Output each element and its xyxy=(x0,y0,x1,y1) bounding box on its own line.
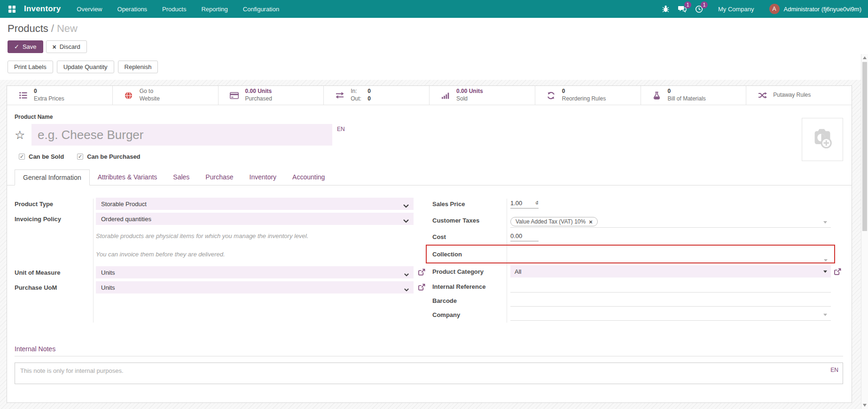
right-field-group: Sales Price 1.00 ₫ Customer Taxes Value … xyxy=(425,198,843,324)
caret-down-icon xyxy=(823,270,827,273)
app-title[interactable]: Inventory xyxy=(24,4,61,14)
customer-taxes-label: Customer Taxes xyxy=(432,217,510,224)
arrow-up-icon xyxy=(863,56,867,59)
menu-configuration[interactable]: Configuration xyxy=(236,2,286,16)
product-type-help-text: Storable products are physical items for… xyxy=(96,232,425,239)
tab-inventory[interactable]: Inventory xyxy=(242,170,285,185)
vertical-scrollbar xyxy=(861,54,868,409)
caret-down-icon xyxy=(823,221,827,224)
can-be-sold-label: Can be Sold xyxy=(29,153,64,160)
stat-reordering-rules[interactable]: 0Reordering Rules xyxy=(535,86,641,105)
purchased-label: Purchased xyxy=(245,95,272,103)
stat-bill-of-materials[interactable]: 0Bill of Materials xyxy=(641,86,747,105)
product-image-upload[interactable] xyxy=(802,118,843,161)
extra-prices-count: 0 xyxy=(34,88,64,95)
scroll-down-arrow[interactable] xyxy=(861,401,868,409)
can-be-sold-checkbox[interactable]: ✓ xyxy=(19,154,25,160)
left-field-group: Product Type Storable Product Invoicing … xyxy=(15,198,425,324)
breadcrumb: Products/New xyxy=(8,23,860,35)
internal-reference-input[interactable] xyxy=(510,280,831,293)
uom-external-link-icon[interactable] xyxy=(418,269,425,278)
replenish-button[interactable]: Replenish xyxy=(118,61,158,73)
breadcrumb-separator: / xyxy=(51,23,54,34)
barcode-input[interactable] xyxy=(510,294,831,307)
notes-divider xyxy=(15,356,843,356)
user-menu[interactable]: A Administrator (fj6nyue0vi9m) xyxy=(769,4,861,14)
category-external-link-icon[interactable] xyxy=(834,268,841,277)
stat-purchased[interactable]: 0.00 UnitsPurchased xyxy=(219,86,324,105)
stat-in-out[interactable]: In:0 Out:0 xyxy=(324,86,430,105)
uom-label: Unit of Measure xyxy=(15,269,96,276)
invoicing-policy-select[interactable]: Ordered quantities xyxy=(96,213,414,225)
purchase-uom-external-link-icon[interactable] xyxy=(418,284,425,293)
menu-products[interactable]: Products xyxy=(156,2,193,16)
favorite-star-icon[interactable]: ☆ xyxy=(15,124,26,146)
activity-badge: 1 xyxy=(701,1,708,8)
sold-units: 0.00 Units xyxy=(456,88,483,95)
stat-extra-prices[interactable]: 0Extra Prices xyxy=(7,86,113,105)
tab-purchase[interactable]: Purchase xyxy=(197,170,241,185)
company-field[interactable] xyxy=(510,309,831,321)
stat-sold[interactable]: 0.00 UnitsSold xyxy=(430,86,535,105)
customer-taxes-field[interactable]: Value Added Tax (VAT) 10% × xyxy=(510,217,831,228)
globe-icon xyxy=(124,92,133,100)
stat-button-row: 0Extra Prices Go toWebsite 0.00 UnitsPur… xyxy=(7,86,852,105)
notes-translation-badge[interactable]: EN xyxy=(830,367,838,373)
tag-remove-icon[interactable]: × xyxy=(589,219,593,225)
menu-overview[interactable]: Overview xyxy=(70,2,109,16)
credit-card-icon xyxy=(230,92,239,99)
tab-accounting[interactable]: Accounting xyxy=(284,170,333,185)
tab-sales[interactable]: Sales xyxy=(165,170,197,185)
website-line2: Website xyxy=(140,95,160,103)
save-discard-row: ✓ Save × Discard xyxy=(8,40,860,53)
menu-operations[interactable]: Operations xyxy=(111,2,154,16)
product-category-field[interactable]: All xyxy=(510,265,831,278)
internal-notes-title: Internal Notes xyxy=(15,345,843,353)
tab-attributes-variants[interactable]: Attributes & Variants xyxy=(90,170,165,185)
internal-notes-textarea[interactable] xyxy=(15,363,843,384)
purchase-uom-field[interactable]: Units xyxy=(96,281,414,293)
scroll-up-arrow[interactable] xyxy=(861,54,868,62)
save-button[interactable]: ✓ Save xyxy=(8,40,43,53)
can-be-purchased-checkbox[interactable]: ✓ xyxy=(77,154,83,160)
top-navbar: Inventory Overview Operations Products R… xyxy=(0,0,868,18)
general-information-panel: Product Type Storable Product Invoicing … xyxy=(7,185,852,324)
activity-clock-icon[interactable]: 1 xyxy=(695,5,703,13)
out-label: Out: xyxy=(351,95,363,103)
notebook-tabs: General Information Attributes & Variant… xyxy=(7,170,852,185)
messages-icon[interactable]: 1 xyxy=(678,5,687,13)
stat-putaway-rules[interactable]: Putaway Rules xyxy=(746,86,852,105)
scrollbar-thumb[interactable] xyxy=(862,62,867,231)
invoicing-policy-help-text: You can invoice them before they are del… xyxy=(96,251,425,258)
tax-tag[interactable]: Value Added Tax (VAT) 10% × xyxy=(510,217,598,226)
product-type-label: Product Type xyxy=(15,201,96,208)
flask-icon xyxy=(652,92,662,100)
product-name-label: Product Name xyxy=(15,114,843,120)
avatar: A xyxy=(769,4,780,14)
discard-button[interactable]: × Discard xyxy=(46,40,87,53)
product-name-input[interactable] xyxy=(31,124,332,146)
company-switcher[interactable]: My Company xyxy=(712,2,761,16)
breadcrumb-parent[interactable]: Products xyxy=(8,23,48,34)
action-button-row: Print Labels Update Quantity Replenish xyxy=(8,61,860,73)
navbar-right: 1 1 My Company A Administrator (fj6nyue0… xyxy=(662,2,861,16)
collection-row-highlighted: Collection xyxy=(426,245,835,263)
arrow-down-icon xyxy=(863,404,867,407)
name-section: Product Name ☆ EN ✓Can be Sold ✓Can be P… xyxy=(7,105,852,160)
collection-label: Collection xyxy=(432,251,510,258)
product-type-select[interactable]: Storable Product xyxy=(96,198,414,210)
cost-label: Cost xyxy=(432,233,510,240)
debug-bug-icon[interactable] xyxy=(662,5,669,13)
update-quantity-button[interactable]: Update Quantity xyxy=(57,61,114,73)
apps-grid-icon[interactable] xyxy=(6,4,18,15)
sales-price-input[interactable]: 1.00 ₫ xyxy=(510,200,539,208)
name-translation-badge[interactable]: EN xyxy=(337,126,345,132)
cost-input[interactable]: 0.00 xyxy=(510,232,539,241)
stat-go-to-website[interactable]: Go toWebsite xyxy=(113,86,219,105)
menu-reporting[interactable]: Reporting xyxy=(195,2,234,16)
tab-general-information[interactable]: General Information xyxy=(15,170,90,185)
uom-field[interactable]: Units xyxy=(96,266,414,278)
sales-price-label: Sales Price xyxy=(432,201,510,208)
print-labels-button[interactable]: Print Labels xyxy=(8,61,53,73)
refresh-icon xyxy=(547,92,556,100)
